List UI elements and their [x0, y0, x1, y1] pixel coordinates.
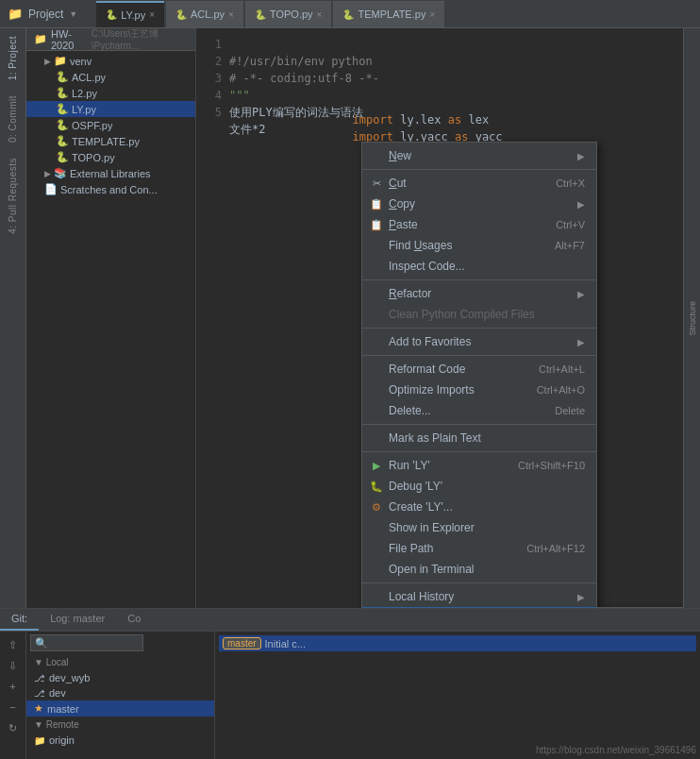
branch-icon-dev-wyb: ⎇: [34, 673, 45, 683]
menu-item-git[interactable]: Git ▶ Commit File... + Add Ctr: [362, 607, 596, 608]
branch-label-dev-wyb: dev_wyb: [49, 672, 90, 683]
libs-icon: 📚: [54, 167, 67, 179]
master-badge: master: [223, 637, 261, 649]
menu-item-inspect[interactable]: Inspect Code...: [362, 256, 596, 277]
menu-item-reformat[interactable]: Reformat Code Ctrl+Alt+L: [362, 359, 596, 380]
git-btn-add[interactable]: +: [4, 677, 23, 696]
menu-label-refactor: Refactor: [389, 287, 572, 300]
git-btn-refresh[interactable]: ↻: [4, 718, 23, 737]
git-btn-remove[interactable]: −: [4, 698, 23, 717]
git-submenu: Commit File... + Add Ctrl+Alt+A Annotate: [596, 607, 683, 608]
tree-label-ospf: OSPF.py: [72, 120, 112, 131]
tab-close-topo[interactable]: ×: [317, 9, 323, 20]
menu-item-show-explorer[interactable]: Show in Explorer: [362, 517, 596, 538]
branch-label-dev: dev: [49, 687, 66, 699]
menu-item-debug[interactable]: 🐛 Debug 'LY': [362, 476, 596, 497]
right-sidebar: Structure: [683, 28, 700, 608]
tree-item-l2[interactable]: 🐍 L2.py: [26, 85, 195, 101]
tree-item-ext-libs[interactable]: ▶ 📚 External Libraries: [26, 165, 195, 181]
tree-label-acl: ACL.py: [72, 72, 106, 83]
menu-item-terminal[interactable]: Open in Terminal: [362, 559, 596, 580]
menu-item-file-path[interactable]: File Path Ctrl+Alt+F12: [362, 538, 596, 559]
tree-item-ly[interactable]: 🐍 LY.py: [26, 101, 195, 117]
sep3: [362, 328, 596, 329]
tree-label-scratches: Scratches and Con...: [60, 184, 158, 195]
menu-label-clean: Clean Python Compiled Files: [389, 308, 585, 321]
main-area: 1: Project 0: Commit 4: Pull Requests 📁 …: [0, 28, 700, 608]
bottom-tab-git[interactable]: Git:: [0, 609, 39, 631]
git-btn-down[interactable]: ⇩: [4, 656, 23, 675]
sep6: [362, 451, 596, 452]
project-panel: 📁 HW-2020 C:\Users\王艺博\Pycharm... ▶ 📁 ve…: [26, 28, 196, 608]
menu-label-optimize: Optimize Imports: [389, 383, 531, 396]
title-tabs: 🐍 LY.py × 🐍 ACL.py × 🐍 TOPO.py × 🐍 TEMPL…: [96, 1, 692, 27]
tab-ly-py[interactable]: 🐍 LY.py ×: [96, 1, 164, 27]
menu-item-copy[interactable]: 📋 Copy ▶: [362, 194, 596, 214]
menu-item-delete[interactable]: Delete... Delete: [362, 400, 596, 421]
tab-close-template[interactable]: ×: [429, 9, 435, 20]
copy-icon: 📋: [370, 198, 383, 211]
tree-item-venv[interactable]: ▶ 📁 venv: [26, 53, 195, 69]
menu-item-clean: Clean Python Compiled Files: [362, 304, 596, 325]
branch-item-dev[interactable]: ⎇ dev: [26, 685, 214, 700]
git-search-input[interactable]: [30, 634, 143, 651]
git-commits: master Initial c... https://blog.csdn.ne…: [215, 632, 700, 759]
commit-row-initial[interactable]: master Initial c...: [219, 635, 696, 651]
bottom-tab-log[interactable]: Log: master: [39, 609, 116, 631]
branch-item-dev-wyb[interactable]: ⎇ dev_wyb: [26, 670, 214, 685]
sep4: [362, 355, 596, 356]
tree-label-l2: L2.py: [72, 88, 97, 99]
menu-item-create[interactable]: ⚙ Create 'LY'...: [362, 497, 596, 517]
git-search-area: [26, 632, 214, 654]
menu-item-local-history[interactable]: Local History ▶: [362, 586, 596, 607]
tab-topo-py[interactable]: 🐍 TOPO.py ×: [245, 1, 332, 27]
branch-item-origin[interactable]: 📁 origin: [26, 733, 214, 748]
dropdown-icon[interactable]: ▼: [69, 9, 77, 19]
bottom-tab-co[interactable]: Co: [116, 609, 152, 631]
menu-item-favorites[interactable]: Add to Favorites ▶: [362, 331, 596, 352]
menu-item-paste[interactable]: 📋 Paste Ctrl+V: [362, 214, 596, 235]
tab-icon-acl: 🐍: [175, 9, 187, 20]
arrow-icon: ▶: [44, 57, 51, 66]
git-btn-up[interactable]: ⇧: [4, 635, 23, 654]
tree-item-template[interactable]: 🐍 TEMPLATE.py: [26, 133, 195, 149]
tab-close-ly[interactable]: ×: [149, 9, 155, 20]
bottom-content: ⇧ ⇩ + − ↻ ▼ Local ⎇ dev_wyb ⎇ dev: [0, 632, 700, 759]
tab-close-acl[interactable]: ×: [228, 9, 234, 20]
sidebar-label-commit[interactable]: 0: Commit: [8, 88, 18, 150]
branch-label-origin: origin: [49, 734, 75, 746]
menu-item-run[interactable]: ▶ Run 'LY' Ctrl+Shift+F10: [362, 455, 596, 476]
tab-template-py[interactable]: 🐍 TEMPLATE.py ×: [333, 1, 444, 27]
sidebar-label-pull-requests[interactable]: 4: Pull Requests: [8, 150, 18, 242]
git-branch-list: ▼ Local ⎇ dev_wyb ⎇ dev ★ master ▼ Remot…: [26, 632, 215, 759]
tree-item-ospf[interactable]: 🐍 OSPF.py: [26, 117, 195, 133]
find-shortcut: Alt+F7: [555, 240, 585, 251]
tab-icon-topo: 🐍: [255, 9, 266, 20]
tree-item-topo[interactable]: 🐍 TOPO.py: [26, 149, 195, 165]
menu-item-refactor[interactable]: Refactor ▶: [362, 283, 596, 304]
menu-label-run: Run 'LY': [389, 459, 512, 472]
sidebar-label-project[interactable]: 1: Project: [8, 28, 18, 88]
menu-item-cut[interactable]: ✂ Cut Ctrl+X: [362, 173, 596, 194]
branch-item-master[interactable]: ★ master: [26, 700, 214, 717]
tree-item-scratches[interactable]: 📄 Scratches and Con...: [26, 181, 195, 197]
history-arrow: ▶: [577, 592, 585, 602]
editor-area[interactable]: 1 2 3 4 5 #!/usr/bin/env python # -*- co…: [196, 28, 683, 608]
tab-acl-py[interactable]: 🐍 ACL.py ×: [166, 1, 243, 27]
menu-item-mark-plain[interactable]: Mark as Plain Text: [362, 428, 596, 448]
tree-label-venv: venv: [70, 56, 92, 67]
menu-item-find-usages[interactable]: Find Usages Alt+F7: [362, 235, 596, 256]
menu-item-optimize[interactable]: Optimize Imports Ctrl+Alt+O: [362, 380, 596, 400]
code-lex-line: import ly.lex as lex: [243, 113, 489, 126]
git-actions: ⇧ ⇩ + − ↻: [0, 632, 26, 759]
py-icon-l2: 🐍: [56, 87, 69, 99]
py-icon-topo: 🐍: [56, 151, 69, 163]
tree-item-acl[interactable]: 🐍 ACL.py: [26, 69, 195, 85]
menu-label-mark-plain: Mark as Plain Text: [389, 431, 585, 445]
py-icon-acl: 🐍: [56, 71, 69, 83]
branch-label-master: master: [47, 703, 79, 715]
structure-label[interactable]: Structure: [688, 301, 697, 336]
star-icon-master: ★: [34, 702, 43, 715]
menu-item-new[interactable]: New ▶: [362, 145, 596, 166]
line-numbers: 1 2 3 4 5: [196, 36, 229, 155]
